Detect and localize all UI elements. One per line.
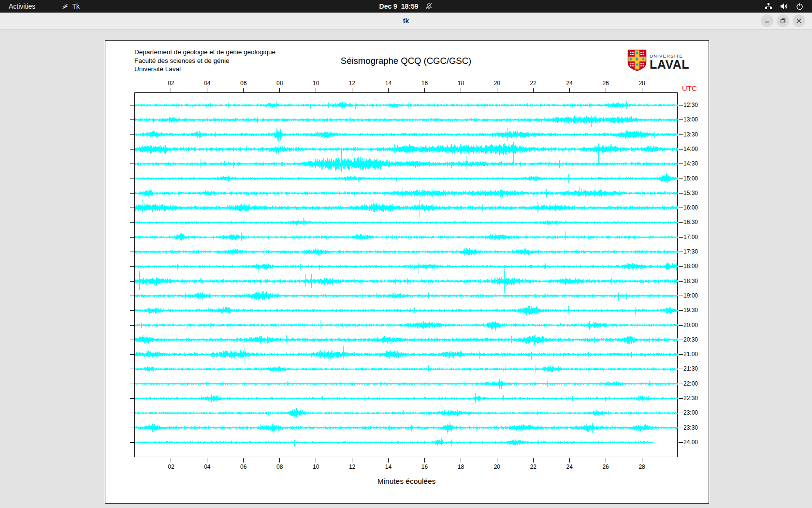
utc-axis-label: UTC — [682, 84, 697, 92]
trace-time-label: 19:30 — [683, 307, 698, 314]
x-tick-label-top: 20 — [494, 80, 500, 87]
seismogram-plot: UTC Minutes écoulées 0202040406060808101… — [134, 92, 678, 457]
trace-tick-right — [679, 149, 683, 149]
x-tick-label-bottom: 22 — [530, 463, 536, 470]
close-icon — [796, 18, 802, 24]
trace-time-label: 14:00 — [683, 146, 698, 152]
x-tick-label-bottom: 14 — [385, 463, 392, 470]
trace-tick-right — [679, 164, 683, 164]
power-icon — [796, 3, 803, 10]
tk-app-icon — [61, 3, 69, 10]
seismograph-canvas: Département de géologie et de génie géol… — [105, 40, 709, 504]
close-button[interactable] — [793, 15, 805, 27]
x-tick-bottom — [279, 458, 280, 463]
trace-tick-right — [679, 105, 683, 105]
trace-tick-right — [679, 193, 683, 194]
trace-time-label: 23:00 — [683, 409, 698, 416]
x-tick-label-top: 14 — [385, 80, 392, 87]
trace-tick-left — [130, 266, 134, 267]
trace-time-label: 13:30 — [683, 131, 698, 138]
app-menu-button[interactable]: Tk — [56, 0, 86, 13]
x-tick-label-bottom: 08 — [276, 463, 283, 470]
volume-icon — [780, 3, 788, 10]
trace-tick-left — [130, 134, 134, 135]
x-tick-label-bottom: 20 — [494, 463, 500, 470]
x-tick-top — [461, 88, 461, 92]
trace-tick-left — [130, 222, 134, 223]
trace-tick-right — [679, 384, 683, 384]
x-tick-top — [497, 88, 497, 92]
x-tick-bottom — [533, 458, 534, 463]
trace-time-label: 13:00 — [683, 116, 698, 123]
x-tick-bottom — [207, 458, 207, 463]
x-tick-top — [279, 88, 280, 92]
bell-crossed-icon — [425, 2, 433, 10]
system-status-area[interactable] — [761, 0, 807, 13]
x-tick-bottom — [461, 458, 461, 463]
x-tick-bottom — [243, 458, 244, 463]
x-tick-bottom — [569, 458, 570, 463]
trace-tick-right — [679, 310, 683, 311]
x-tick-top — [171, 88, 171, 92]
trace-tick-left — [130, 237, 134, 238]
clock-button[interactable]: Dec 9 18:59 — [379, 0, 433, 13]
trace-tick-right — [679, 340, 683, 340]
trace-tick-left — [130, 179, 134, 179]
trace-tick-right — [679, 208, 683, 208]
x-tick-top — [316, 88, 316, 92]
trace-time-label: 14:30 — [683, 160, 698, 167]
gnome-top-bar: Activities Tk — [0, 0, 812, 13]
restore-button[interactable] — [777, 15, 789, 27]
x-tick-bottom — [424, 458, 425, 463]
trace-tick-left — [130, 354, 134, 355]
x-tick-top — [533, 88, 534, 92]
trace-tick-right — [679, 413, 683, 413]
x-tick-label-bottom: 06 — [240, 463, 246, 470]
x-tick-bottom — [171, 458, 171, 463]
x-axis-title: Minutes écoulées — [135, 477, 678, 486]
trace-tick-left — [130, 428, 134, 428]
x-tick-label-top: 04 — [204, 80, 210, 87]
trace-tick-left — [130, 442, 134, 443]
activities-button[interactable]: Activities — [0, 0, 44, 13]
x-tick-top — [207, 88, 207, 92]
x-tick-bottom — [497, 458, 497, 463]
x-tick-bottom — [606, 458, 606, 463]
trace-time-label: 15:00 — [683, 175, 698, 182]
wired-network-icon — [765, 3, 772, 10]
x-tick-label-top: 26 — [602, 80, 609, 87]
x-tick-label-bottom: 18 — [458, 463, 464, 470]
x-tick-label-top: 24 — [566, 80, 573, 87]
x-tick-label-top: 02 — [168, 80, 174, 87]
x-tick-top — [424, 88, 425, 92]
trace-tick-right — [679, 442, 683, 443]
trace-tick-right — [679, 237, 683, 238]
x-tick-top — [642, 88, 642, 92]
x-tick-label-top: 22 — [530, 80, 536, 87]
minimize-button[interactable] — [761, 15, 773, 27]
trace-tick-left — [130, 208, 134, 208]
x-tick-label-top: 12 — [349, 80, 355, 87]
trace-tick-right — [679, 398, 683, 399]
window-title: tk — [403, 17, 409, 25]
x-tick-label-bottom: 10 — [313, 463, 319, 470]
trace-tick-left — [130, 340, 134, 340]
trace-time-label: 19:00 — [683, 292, 698, 299]
trace-time-label: 17:30 — [683, 248, 698, 255]
window-titlebar[interactable]: tk — [0, 13, 812, 30]
trace-time-label: 17:00 — [683, 234, 698, 240]
trace-tick-right — [679, 252, 683, 252]
x-tick-label-bottom: 24 — [566, 463, 573, 470]
x-tick-bottom — [388, 458, 389, 463]
trace-time-label: 20:30 — [683, 336, 698, 343]
x-tick-label-top: 06 — [240, 80, 246, 87]
trace-tick-left — [130, 398, 134, 399]
trace-tick-right — [679, 369, 683, 369]
top-bar-left: Activities Tk — [0, 0, 86, 13]
trace-time-label: 16:00 — [683, 204, 698, 211]
trace-tick-right — [679, 296, 683, 296]
laval-logo-text: UNIVERSITÉ LAVAL — [650, 53, 689, 70]
trace-tick-right — [679, 354, 683, 355]
restore-icon — [780, 18, 786, 24]
x-tick-label-top: 28 — [638, 80, 645, 87]
